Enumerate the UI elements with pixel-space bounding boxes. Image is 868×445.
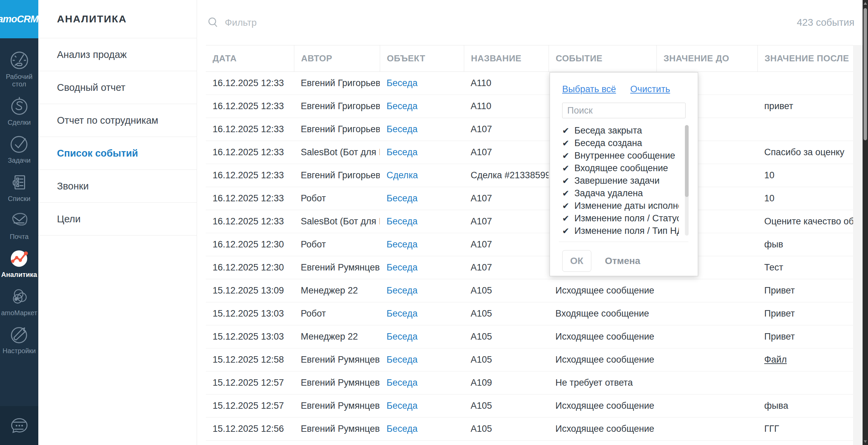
cell-name: A110 bbox=[464, 72, 549, 95]
select-all-link[interactable]: Выбрать всё bbox=[562, 84, 616, 95]
sidebar-item-settings[interactable]: Настройки bbox=[0, 324, 38, 355]
table-row: 15.12.2025 12:57 Евгений Румянцев Беседа… bbox=[206, 371, 853, 395]
cell-date: 16.12.2025 12:33 bbox=[206, 141, 294, 164]
settings-icon bbox=[9, 324, 30, 345]
cell-date: 16.12.2025 12:33 bbox=[206, 95, 294, 118]
cell-object-link[interactable]: Беседа bbox=[380, 72, 464, 95]
sidebar-item-analytics[interactable]: Аналитика bbox=[0, 248, 38, 278]
clear-link[interactable]: Очистить bbox=[630, 84, 670, 95]
event-type-option[interactable]: ✔ Изменение поля / Тип НДС bbox=[562, 225, 679, 236]
cell-date: 15.12.2025 12:57 bbox=[206, 371, 294, 394]
sidebar-item-label: amoМаркет bbox=[1, 309, 37, 317]
event-type-option[interactable]: ✔ Изменение поля / Статус bbox=[562, 212, 679, 225]
popup-search bbox=[562, 103, 686, 118]
column-header-value-after[interactable]: ЗНАЧЕНИЕ ПОСЛЕ bbox=[757, 45, 853, 72]
submenu-item[interactable]: Отчет по сотрудникам bbox=[38, 104, 197, 137]
cell-object-link[interactable]: Беседа bbox=[380, 187, 464, 210]
popup-list-scrollbar[interactable] bbox=[685, 125, 689, 236]
checkmark-icon: ✔ bbox=[562, 214, 569, 223]
mail-icon bbox=[9, 210, 30, 231]
table-row: 16.12.2025 12:30 Робот Беседа A107 фыв bbox=[206, 233, 853, 256]
sidebar-item-tasks[interactable]: Задачи bbox=[0, 134, 38, 164]
cell-object-link[interactable]: Беседа bbox=[380, 302, 464, 325]
cell-object-link[interactable]: Беседа bbox=[380, 395, 464, 417]
column-header-author[interactable]: АВТОР bbox=[294, 45, 380, 72]
support-chat-button[interactable] bbox=[0, 406, 38, 445]
sidebar-item-lists[interactable]: Списки bbox=[0, 172, 38, 202]
popup-list-scrollbar-thumb[interactable] bbox=[685, 125, 689, 197]
event-type-option[interactable]: ✔ Беседа создана bbox=[562, 137, 679, 149]
event-type-option[interactable]: ✔ Входящее сообщение bbox=[562, 162, 679, 175]
sidebar-item-market[interactable]: amoМаркет bbox=[0, 286, 38, 317]
event-type-option[interactable]: ✔ Внутреннее сообщение bbox=[562, 149, 679, 162]
ok-button[interactable]: ОК bbox=[562, 250, 591, 272]
analytics-icon bbox=[9, 248, 30, 269]
cell-date: 16.12.2025 12:33 bbox=[206, 210, 294, 233]
filter-bar: 423 события bbox=[197, 0, 868, 45]
cell-object-link[interactable]: Сделка bbox=[380, 164, 464, 187]
event-filter-popup: Выбрать всё Очистить ✔ Беседа закрыта ✔ … bbox=[550, 72, 698, 276]
submenu-item[interactable]: Звонки bbox=[38, 170, 197, 203]
cell-object-link[interactable]: Беседа bbox=[380, 118, 464, 141]
table-row: 16.12.2025 12:30 Евгений Румянцев Беседа… bbox=[206, 256, 853, 279]
scrollbar-up-arrow[interactable] bbox=[864, 2, 867, 5]
sidebar-item-mail[interactable]: Почта bbox=[0, 210, 38, 240]
column-header-date[interactable]: ДАТА bbox=[206, 45, 294, 72]
cell-name: A107 bbox=[464, 233, 549, 256]
cell-object-link[interactable]: Беседа bbox=[380, 256, 464, 279]
cell-object-link[interactable]: Беседа bbox=[380, 233, 464, 256]
cell-value-after: фыва bbox=[757, 395, 853, 417]
cell-name: A107 bbox=[464, 141, 549, 164]
cell-author: Менеджер 22 bbox=[294, 325, 380, 348]
cell-object-link[interactable]: Беседа bbox=[380, 418, 464, 440]
cancel-button[interactable]: Отмена bbox=[605, 256, 640, 266]
cell-name: A105 bbox=[464, 325, 549, 348]
event-type-option[interactable]: ✔ Изменение даты исполнения зад bbox=[562, 200, 679, 212]
cell-author: Евгений Григорьев bbox=[294, 72, 380, 95]
filter-input[interactable] bbox=[225, 17, 797, 28]
event-type-option[interactable]: ✔ Задача удалена bbox=[562, 187, 679, 200]
submenu-item[interactable]: Список событий bbox=[38, 137, 197, 170]
column-header-object[interactable]: ОБЪЕКТ bbox=[380, 45, 464, 72]
submenu-item-label: Цели bbox=[57, 214, 81, 225]
cell-object-link[interactable]: Беседа bbox=[380, 348, 464, 371]
submenu-item[interactable]: Сводный отчет bbox=[38, 71, 197, 104]
page-scrollbar[interactable] bbox=[863, 0, 868, 445]
popup-search-input[interactable] bbox=[562, 103, 686, 118]
cell-date: 15.12.2025 12:58 bbox=[206, 348, 294, 371]
cell-value-after: Привет bbox=[757, 279, 853, 302]
sidebar-item-deals[interactable]: Сделки bbox=[0, 96, 38, 126]
cell-name: A105 bbox=[464, 279, 549, 302]
checkmark-icon: ✔ bbox=[562, 188, 569, 198]
market-icon bbox=[9, 286, 30, 307]
table-row: 16.12.2025 12:33 Евгений Григорьев Бесед… bbox=[206, 72, 853, 95]
amocrm-logo[interactable]: amoCRM. bbox=[0, 0, 38, 38]
event-type-label: Изменение поля / Тип НДС bbox=[574, 226, 679, 236]
submenu-item[interactable]: Анализ продаж bbox=[38, 38, 197, 71]
cell-value-before bbox=[656, 348, 757, 371]
event-type-option[interactable]: ✔ Беседа закрыта bbox=[562, 124, 679, 137]
submenu-item[interactable]: Цели bbox=[38, 203, 197, 236]
cell-object-link[interactable]: Беседа bbox=[380, 141, 464, 164]
cell-object-link[interactable]: Беседа bbox=[380, 371, 464, 394]
checkmark-icon: ✔ bbox=[562, 138, 569, 148]
scrollbar-down-arrow[interactable] bbox=[864, 440, 867, 443]
column-header-value-before[interactable]: ЗНАЧЕНИЕ ДО bbox=[656, 45, 757, 72]
table-row: 16.12.2025 12:33 Евгений Григорьев Сделк… bbox=[206, 164, 853, 187]
event-type-option[interactable]: ✔ Завершение задачи bbox=[562, 175, 679, 187]
scrollbar-thumb[interactable] bbox=[864, 8, 867, 140]
cell-object-link[interactable]: Беседа bbox=[380, 210, 464, 233]
column-header-name[interactable]: НАЗВАНИЕ bbox=[464, 45, 549, 72]
cell-object-link[interactable]: Беседа bbox=[380, 279, 464, 302]
submenu-item-label: Анализ продаж bbox=[57, 49, 127, 60]
column-header-event[interactable]: СОБЫТИЕ bbox=[549, 45, 656, 72]
cell-object-link[interactable]: Беседа bbox=[380, 95, 464, 118]
cell-value-after: фыв bbox=[757, 233, 853, 256]
table-row: 16.12.2025 12:33 SalesBot (Бот для N Бес… bbox=[206, 210, 853, 233]
sidebar-nav: Рабочий стол Сделки Задачи bbox=[0, 38, 38, 362]
checkmark-icon: ✔ bbox=[562, 176, 569, 186]
events-count: 423 события bbox=[797, 17, 854, 28]
cell-value-after: 10 bbox=[757, 187, 853, 210]
sidebar-item-dashboard[interactable]: Рабочий стол bbox=[0, 50, 38, 88]
cell-object-link[interactable]: Беседа bbox=[380, 325, 464, 348]
